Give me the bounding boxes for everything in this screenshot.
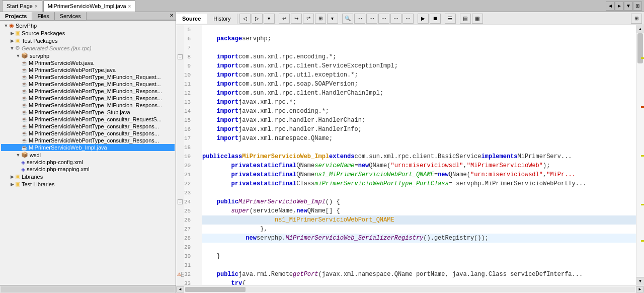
- vscroll-down[interactable]: ▼: [636, 277, 644, 285]
- gutter-8[interactable]: −: [176, 52, 184, 61]
- tree-item-servphp-pkg[interactable]: ▼ 📦 servphp: [1, 52, 175, 59]
- code-line-13: import javax.xml.rpc.*;: [202, 98, 636, 107]
- vscroll-track[interactable]: [636, 33, 644, 277]
- vscrollbar-area[interactable]: ▲ ▼: [636, 25, 644, 285]
- vscroll-up[interactable]: ▲: [636, 25, 644, 33]
- expand-servphp[interactable]: ▼: [3, 23, 9, 29]
- toolbar-btn8[interactable]: ⋯: [390, 14, 401, 24]
- toolbar-debug5[interactable]: ▦: [472, 14, 483, 24]
- services-tab[interactable]: Services: [55, 12, 87, 20]
- tree-item-f6[interactable]: ☕ MiPrimerServicioWebPortType_MiFuncion_…: [1, 95, 175, 102]
- expand-servphp-pkg[interactable]: ▼: [15, 53, 21, 59]
- tree-item-f9[interactable]: ☕ MiPrimerServicioWebPortType_consultar_…: [1, 116, 175, 123]
- tree-item-f7[interactable]: ☕ MiPrimerServicioWebPortType_MiFuncion_…: [1, 102, 175, 109]
- tree-item-source-packages[interactable]: ▶ ▣ Source Packages: [1, 29, 175, 37]
- start-page-tab[interactable]: Start Page ×: [2, 1, 42, 12]
- code-area[interactable]: package servphp; import com.sun.xml.rpc.…: [202, 25, 636, 285]
- expand-wsdl[interactable]: ▼: [15, 152, 21, 158]
- impl-file-tab-close[interactable]: ×: [128, 4, 131, 9]
- tree-label-f4: MiPrimerServicioWebPortType_MiFuncion_Re…: [29, 81, 161, 87]
- expand-test[interactable]: ▶: [9, 38, 15, 44]
- start-page-tab-close[interactable]: ×: [35, 4, 38, 9]
- tree-item-w1[interactable]: ◈ servicio.php-config.xml: [1, 159, 175, 166]
- tree-label-wsdl: wsdl: [30, 152, 41, 158]
- tree-item-test-libraries[interactable]: ▶ ▣ Test Libraries: [1, 180, 175, 188]
- toolbar-btn3[interactable]: ⇌: [303, 14, 314, 24]
- tree-item-f5[interactable]: ☕ MiPrimerServicioWebPortType_MiFuncion_…: [1, 88, 175, 95]
- code-line-20: private static final QName serviceName =…: [202, 161, 636, 170]
- toolbar-debug2[interactable]: ⏹: [430, 14, 441, 24]
- impl-file-tab[interactable]: MiPrimerServicioWeb_Impl.java ×: [43, 1, 136, 12]
- left-scrollbar[interactable]: [0, 285, 176, 293]
- tree-label-f5: MiPrimerServicioWebPortType_MiFuncion_Re…: [29, 88, 162, 94]
- strip-mark-yellow-4: [641, 240, 644, 242]
- editor-content: −: [176, 25, 644, 285]
- ln-23: 23: [184, 188, 191, 197]
- left-panel-close[interactable]: ✕: [168, 12, 176, 20]
- tree-item-f10[interactable]: ☕ MiPrimerServicioWebPortType_consultar_…: [1, 123, 175, 130]
- toolbar-debug4[interactable]: ▤: [460, 14, 471, 24]
- tab-maximize[interactable]: ⊞: [633, 2, 642, 11]
- tab-nav-right[interactable]: ►: [615, 2, 624, 11]
- tree-label-f2: MiPrimerServicioWebPortType.java: [29, 67, 116, 73]
- toolbar-back[interactable]: ◁: [239, 14, 251, 24]
- tree-item-f8[interactable]: ☕ MiPrimerServicioWebPortType_Stub.java: [1, 109, 175, 116]
- tree-item-w2[interactable]: ◈ servicio.php-mapping.xml: [1, 166, 175, 173]
- editor-hscrollbar[interactable]: ◄ ►: [176, 285, 644, 293]
- projects-tab[interactable]: Projects: [0, 12, 32, 20]
- toolbar-btn5[interactable]: ⋯: [354, 14, 365, 24]
- expand-test-libraries[interactable]: ▶: [9, 181, 15, 187]
- toolbar-btn4[interactable]: ⊞: [315, 14, 326, 24]
- project-tree: ▼ ◉ ServPhp ▶ ▣ Source Packages ▶ ▣ Test…: [0, 21, 176, 285]
- tab-nav-left[interactable]: ◄: [606, 2, 615, 11]
- source-tab[interactable]: Source: [176, 14, 207, 24]
- ln-28: 28: [184, 234, 191, 243]
- tree-item-f11[interactable]: ☕ MiPrimerServicioWebPortType_consultar_…: [1, 130, 175, 137]
- expand-libraries[interactable]: ▶: [9, 174, 15, 180]
- ln-11: 11: [184, 80, 191, 89]
- tree-item-f13[interactable]: ☕ MiPrimerServicioWeb_Impl.java: [1, 144, 175, 151]
- tree-item-f1[interactable]: ☕ MiPrimerServicioWeb.java: [1, 59, 175, 66]
- toolbar-search[interactable]: 🔍: [342, 14, 353, 24]
- tree-item-wsdl-pkg[interactable]: ▼ 📦 wsdl: [1, 151, 175, 159]
- java-icon-f2: ☕: [21, 67, 27, 73]
- toolbar-btn6[interactable]: ⋯: [366, 14, 377, 24]
- hscroll-left[interactable]: ◄: [176, 286, 184, 292]
- toolbar-dropdown2[interactable]: ▾: [327, 14, 338, 24]
- tree-item-test-packages[interactable]: ▶ ▣ Test Packages: [1, 37, 175, 44]
- gutter-24[interactable]: −: [176, 197, 184, 206]
- toolbar-maximize[interactable]: ⊞: [631, 14, 642, 24]
- code-line-22: private static final Class miPrimerServi…: [202, 179, 636, 188]
- hscroll-track[interactable]: [185, 287, 635, 292]
- toolbar-debug3[interactable]: ☰: [445, 14, 456, 24]
- hscroll-thumb[interactable]: [185, 287, 246, 292]
- left-hscroll[interactable]: [1, 286, 175, 292]
- tree-item-libraries[interactable]: ▶ ▣ Libraries: [1, 173, 175, 180]
- tree-item-f12[interactable]: ☕ MiPrimerServicioWebPortType_consultar_…: [1, 137, 175, 144]
- expand-generated[interactable]: ▼: [9, 45, 15, 51]
- tree-label-servphp-pkg: servphp: [30, 53, 49, 59]
- tree-item-f4[interactable]: ☕ MiPrimerServicioWebPortType_MiFuncion_…: [1, 81, 175, 88]
- tree-label-w1: servicio.php-config.xml: [27, 159, 83, 165]
- fold-24-icon[interactable]: −: [178, 199, 183, 204]
- history-tab[interactable]: History: [207, 14, 237, 24]
- hscroll-right[interactable]: ►: [636, 286, 644, 292]
- toolbar-btn7[interactable]: ⋯: [378, 14, 389, 24]
- toolbar-undo[interactable]: ↩: [279, 14, 290, 24]
- files-tab[interactable]: Files: [32, 12, 54, 20]
- toolbar-redo[interactable]: ↪: [291, 14, 302, 24]
- tab-nav-down[interactable]: ▼: [624, 2, 633, 11]
- fold-8-icon[interactable]: −: [178, 54, 183, 59]
- toolbar-btn9[interactable]: ⋯: [403, 14, 414, 24]
- tree-item-f2[interactable]: ☕ MiPrimerServicioWebPortType.java: [1, 66, 175, 74]
- gutter-21: [176, 170, 184, 179]
- tree-item-f3[interactable]: ☕ MiPrimerServicioWebPortType_MiFuncion_…: [1, 74, 175, 81]
- toolbar-dropdown1[interactable]: ▾: [264, 14, 275, 24]
- code-line-25: super(serviceName, new QName[] {: [202, 206, 636, 215]
- toolbar-forward[interactable]: ▷: [252, 14, 263, 24]
- tree-item-generated-sources[interactable]: ▼ ⚙ Generated Sources (jax-rpc): [1, 44, 175, 52]
- tree-item-servphp-root[interactable]: ▼ ◉ ServPhp: [1, 22, 175, 29]
- expand-source[interactable]: ▶: [9, 30, 15, 36]
- gutter-32[interactable]: ⚠ −: [176, 270, 184, 279]
- toolbar-debug1[interactable]: ▶: [418, 14, 429, 24]
